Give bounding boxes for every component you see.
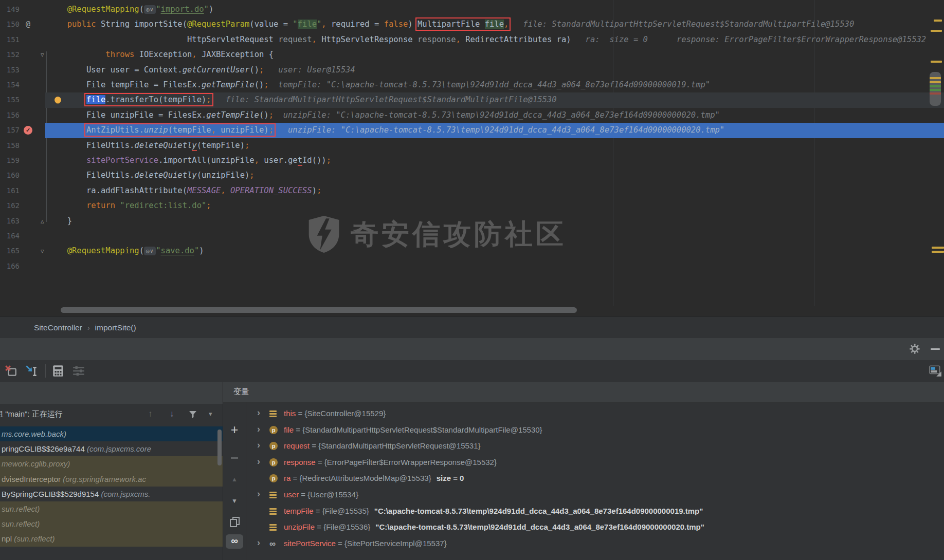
breakpoint-verified-icon[interactable]: ✓: [24, 126, 32, 135]
gear-icon[interactable]: [909, 343, 920, 354]
code-line-154[interactable]: 154 File tempFile = FilesEx.getTempFile(…: [0, 78, 944, 92]
code-line-160[interactable]: 160 FileUtils.deleteQuietly(unzipFile);: [0, 168, 944, 183]
layout-settings-icon[interactable]: [72, 364, 85, 378]
thread-selector[interactable]: 组 "main": 正在运行 ↑ ↓ ▾: [0, 404, 223, 426]
fold-marker-icon[interactable]: ▿: [41, 47, 44, 62]
debug-content: 组 "main": 正在运行 ↑ ↓ ▾ ms.core.web.back)pr…: [0, 382, 944, 560]
watch-return-values-toggle[interactable]: ∞: [226, 534, 243, 549]
chevron-down-icon[interactable]: ▾: [209, 410, 212, 418]
annotation-target-icon[interactable]: ◎∨: [144, 247, 156, 255]
parameter-icon: p: [269, 459, 278, 466]
variable-row-response[interactable]: ›presponse = {ErrorPageFilter$ErrorWrapp…: [246, 454, 944, 471]
expand-chevron-icon[interactable]: ›: [257, 535, 260, 551]
code-text: File unzipFile = FilesEx.getTempFile(); …: [58, 108, 720, 123]
variable-row-sitePortService[interactable]: ›∞sitePortService = {SitePortServiceImpl…: [246, 535, 944, 552]
code-text: User user = Context.getCurrentUser(); us…: [58, 63, 355, 78]
code-line-161[interactable]: 161 ra.addFlashAttribute(MESSAGE, OPERAT…: [0, 183, 944, 198]
run-to-cursor-icon[interactable]: [25, 364, 38, 378]
move-up-icon[interactable]: ▲: [223, 476, 246, 483]
stripe-mark[interactable]: [930, 92, 941, 95]
expand-chevron-icon[interactable]: ›: [257, 437, 260, 454]
stripe-mark[interactable]: [934, 20, 942, 22]
code-line-166[interactable]: 166: [0, 259, 944, 274]
remove-watch-icon[interactable]: [231, 457, 238, 459]
filter-funnel-icon[interactable]: [188, 410, 197, 419]
frame-down-icon[interactable]: ↓: [170, 409, 174, 419]
move-down-icon[interactable]: ▼: [223, 497, 246, 505]
code-line-165[interactable]: 165▿ @RequestMapping(◎∨"save.do"): [0, 244, 944, 258]
code-line-159[interactable]: 159 sitePortService.importAll(unzipFile,…: [0, 153, 944, 168]
code-text: }: [58, 214, 72, 229]
code-line-163[interactable]: 163▵ }: [0, 214, 944, 229]
variable-row-user[interactable]: ›user = {User@15534}: [246, 487, 944, 503]
stripe-mark[interactable]: [931, 61, 942, 63]
variables-list: ›this = {SiteController@15529}›pfile = {…: [246, 402, 944, 560]
variable-row-file[interactable]: ›pfile = {StandardMultipartHttpServletRe…: [246, 422, 944, 438]
frame-row[interactable]: [0, 547, 223, 560]
code-text: ra.addFlashAttribute(MESSAGE, OPERATION_…: [58, 183, 321, 198]
restore-layout-icon[interactable]: [929, 364, 942, 378]
fold-marker-icon[interactable]: ▿: [41, 244, 44, 258]
code-line-158[interactable]: 158 FileUtils.deleteQuietly(tempFile);: [0, 138, 944, 153]
stripe-mark[interactable]: [930, 81, 941, 83]
variable-row-unzipFile[interactable]: unzipFile = {File@15536}"C:\apache-tomca…: [246, 519, 944, 535]
line-number: 151: [0, 32, 20, 47]
code-line-155[interactable]: 155 file.transferTo(tempFile); file: Sta…: [0, 92, 944, 107]
frame-row[interactable]: mework.cglib.proxy): [0, 456, 223, 471]
line-number: 157: [0, 123, 20, 138]
fold-marker-icon[interactable]: ▵: [41, 214, 44, 229]
stripe-mark[interactable]: [931, 30, 942, 32]
evaluate-expression-icon[interactable]: [51, 364, 65, 378]
expand-chevron-icon[interactable]: ›: [257, 454, 260, 470]
code-text: @RequestMapping(◎∨"save.do"): [58, 244, 204, 258]
error-stripe[interactable]: [927, 0, 944, 316]
code-line-164[interactable]: 164: [0, 229, 944, 244]
frame-row[interactable]: dvisedInterceptor (org.springframework.a…: [0, 472, 223, 487]
frame-row[interactable]: sun.reflect): [0, 516, 223, 531]
stripe-mark[interactable]: [930, 85, 941, 87]
code-line-162[interactable]: 162 return "redirect:list.do";: [0, 198, 944, 213]
frame-row[interactable]: npl (sun.reflect): [0, 531, 223, 546]
stripe-mark[interactable]: [930, 89, 941, 91]
add-watch-icon[interactable]: +: [223, 422, 246, 437]
horizontal-scrollbar[interactable]: [61, 307, 577, 313]
frame-row[interactable]: BySpringCGLIB$$529d9154 (com.jspxcms.: [0, 487, 223, 501]
frame-row[interactable]: sun.reflect): [0, 501, 223, 516]
code-editor[interactable]: 149 @RequestMapping(◎∨"import.do")150@ p…: [0, 0, 944, 316]
frame-row[interactable]: pringCGLIB$$26e9a744 (com.jspxcms.core: [0, 441, 223, 456]
variable-row-ra[interactable]: pra = {RedirectAttributesModelMap@15533}…: [246, 470, 944, 487]
stripe-mark[interactable]: [932, 251, 944, 253]
code-line-156[interactable]: 156 File unzipFile = FilesEx.getTempFile…: [0, 108, 944, 123]
frame-up-icon[interactable]: ↑: [148, 409, 153, 419]
breadcrumb-class[interactable]: SiteController: [34, 323, 82, 332]
expand-chevron-icon[interactable]: ›: [257, 421, 260, 438]
annotation-target-icon[interactable]: ◎∨: [144, 5, 156, 14]
frames-scrollbar[interactable]: [217, 430, 222, 465]
code-line-152[interactable]: 152▿ throws IOException, JAXBException {: [0, 47, 944, 62]
code-line-157[interactable]: 157✓ AntZipUtils.unzip(tempFile, unzipFi…: [0, 123, 944, 138]
code-line-153[interactable]: 153 User user = Context.getCurrentUser()…: [0, 63, 944, 78]
code-line-149[interactable]: 149 @RequestMapping(◎∨"import.do"): [0, 2, 944, 17]
drop-frame-icon[interactable]: [4, 364, 17, 378]
frame-row[interactable]: ms.core.web.back): [0, 426, 223, 441]
stripe-mark[interactable]: [932, 247, 944, 249]
variable-row-request[interactable]: ›prequest = {StandardMultipartHttpServle…: [246, 438, 944, 454]
duplicate-icon[interactable]: [230, 517, 239, 526]
expand-chevron-icon[interactable]: ›: [257, 486, 260, 502]
code-line-150[interactable]: 150@ public String importSite(@RequestPa…: [0, 17, 944, 32]
variable-text: user = {User@15534}: [284, 487, 358, 503]
variable-row-tempFile[interactable]: tempFile = {File@15535}"C:\apache-tomcat…: [246, 503, 944, 519]
variable-text: tempFile = {File@15535}"C:\apache-tomcat…: [284, 503, 703, 519]
line-number: 165: [0, 244, 20, 258]
hide-panel-icon[interactable]: [931, 348, 940, 350]
stripe-mark[interactable]: [930, 77, 941, 79]
breadcrumb-method[interactable]: importSite(): [95, 323, 136, 332]
code-text: @RequestMapping(◎∨"import.do"): [58, 2, 213, 17]
variable-text: response = {ErrorPageFilter$ErrorWrapper…: [284, 454, 497, 471]
expand-chevron-icon[interactable]: ›: [257, 405, 260, 421]
code-line-151[interactable]: 151 HttpServletRequest request, HttpServ…: [0, 32, 944, 47]
variable-text: file = {StandardMultipartHttpServletRequ…: [284, 422, 542, 438]
variable-row-this[interactable]: ›this = {SiteController@15529}: [246, 405, 944, 422]
parameter-icon: p: [269, 426, 278, 434]
red-highlight-box: MultipartFile file,: [417, 20, 509, 29]
